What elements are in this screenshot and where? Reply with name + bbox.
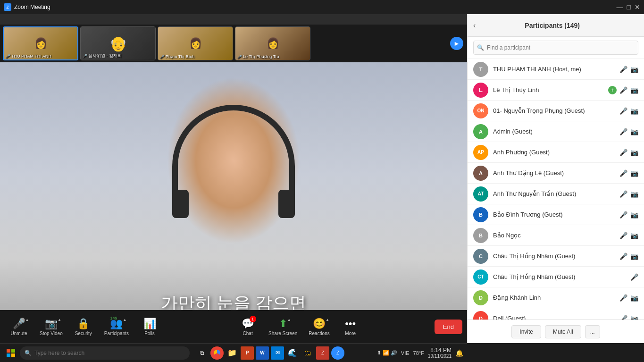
taskbar-app-files[interactable]: 🗂 xyxy=(301,346,314,360)
mic-icon: 🎤 xyxy=(619,232,627,239)
unmute-label: Unmute xyxy=(10,331,27,336)
search-input[interactable] xyxy=(34,350,185,356)
taskbar-app-task-view[interactable]: ⧉ xyxy=(195,346,209,360)
taskbar-app-email[interactable]: ✉ xyxy=(271,346,284,360)
svg-rect-3 xyxy=(11,354,15,357)
taskbar-search-bar[interactable]: 🔍 xyxy=(20,346,190,360)
titlebar: Z Zoom Meeting — □ ✕ xyxy=(0,0,644,14)
security-button[interactable]: 🔒 Security xyxy=(69,315,98,339)
window-controls[interactable]: — □ ✕ xyxy=(617,3,640,11)
participants-caret[interactable]: ▲ xyxy=(123,318,126,322)
stop-video-button[interactable]: 📷 ▲ Stop Video xyxy=(35,315,67,339)
mute-all-button[interactable]: Mute All xyxy=(545,325,581,338)
reactions-icon-wrap: 😊 ▲ xyxy=(313,318,326,330)
maximize-btn[interactable]: □ xyxy=(627,3,631,11)
participant-name: Châu Thị Hồng Nhâm (Guest) xyxy=(493,273,626,280)
taskbar-app-chrome[interactable] xyxy=(210,346,224,360)
avatar: A xyxy=(473,124,488,139)
participant-item[interactable]: B Bảo Ngọc 🎤 📷 xyxy=(468,225,644,246)
avatar: A xyxy=(473,166,488,181)
minimize-btn[interactable]: — xyxy=(617,3,623,11)
participant-item[interactable]: ON 01- Nguyễn Trọng Phụng (Guest) 🎤 📷 xyxy=(468,101,644,121)
participant-name: Bảo Ngọc xyxy=(493,232,615,239)
participant-icons: 🎤 xyxy=(630,273,638,281)
taskbar-app-word[interactable]: W xyxy=(256,346,269,360)
camera-icon: 📷 xyxy=(630,232,638,239)
reactions-caret[interactable]: ▲ xyxy=(326,318,329,322)
participant-item[interactable]: T THU PHAM THI ANH (Host, me) 🎤 📷 xyxy=(468,59,644,80)
reactions-label: Reactions xyxy=(309,331,329,336)
participant-search-input[interactable] xyxy=(473,41,638,55)
taskbar-app-zoom[interactable]: Z xyxy=(331,346,344,360)
thumbnail-2[interactable]: 👴 🎤 심사위원 - 김재희 xyxy=(80,26,156,60)
participant-item[interactable]: CT Châu Thị Hồng Nhâm (Guest) 🎤 xyxy=(468,267,644,287)
unmute-icon-wrap: 🎤 ▲ xyxy=(13,318,25,330)
polls-icon: 📊 xyxy=(143,318,156,330)
start-button[interactable] xyxy=(4,346,18,360)
taskbar-app-edge[interactable]: 🌊 xyxy=(286,346,299,360)
participants-icon-wrap: 👥 149 ▲ xyxy=(110,318,123,330)
taskbar-apps: ⧉ 📁 P W ✉ 🌊 🗂 Z Z xyxy=(195,346,344,360)
taskbar: 🔍 ⧉ 📁 P W ✉ 🌊 🗂 Z Z ⬆ 📶 🔊 VIE 78°F 8:14 … xyxy=(0,343,467,362)
participant-item[interactable]: AP Anh Phương (Guest) 🎤 📷 xyxy=(468,142,644,163)
notification-bell[interactable]: 🔔 xyxy=(455,349,463,357)
participants-panel: ‹ Participants (149) 🔍 T THU PHAM THI AN… xyxy=(467,14,644,343)
participant-name: Bảo Đình Trương (Guest) xyxy=(493,211,615,218)
close-btn[interactable]: ✕ xyxy=(635,3,640,11)
collapse-panel-btn[interactable]: ‹ xyxy=(473,21,476,30)
taskbar-app-powerpoint[interactable]: P xyxy=(241,346,254,360)
camera-icon: 📷 xyxy=(630,315,638,320)
avatar: B xyxy=(473,228,488,243)
participant-item[interactable]: A Admin (Guest) 🎤 📷 xyxy=(468,121,644,142)
chat-button[interactable]: 💬 1 Chat xyxy=(234,315,262,339)
participant-item[interactable]: D Dell (Guest) 🎤 📷 xyxy=(468,308,644,320)
invite-to-speak-btn[interactable]: + xyxy=(608,86,617,94)
participant-icons: 🎤 📷 xyxy=(619,232,638,239)
participant-icons: 🎤 📷 xyxy=(619,107,638,115)
stop-video-caret[interactable]: ▲ xyxy=(58,318,61,322)
video-area: — □ ✕ ▶ View ✓ 가만히 눈을 감으면 xyxy=(0,62,467,343)
avatar: ON xyxy=(473,103,488,118)
mic-icon: 🎤 xyxy=(619,190,627,198)
more-options-button[interactable]: ... xyxy=(585,325,600,338)
chat-icon-wrap: 💬 1 xyxy=(242,318,254,330)
taskbar-app-app8[interactable]: Z xyxy=(316,346,329,360)
participant-name: Châu Thị Hồng Nhâm (Guest) xyxy=(493,253,615,260)
end-button[interactable]: End xyxy=(435,320,462,334)
thumbnail-nav-next[interactable]: ► xyxy=(450,37,463,50)
panel-search-icon: 🔍 xyxy=(477,44,484,51)
thumbnail-1[interactable]: 👩 🎤 THU PHAM THI ANH xyxy=(3,26,78,60)
participant-item[interactable]: Đ Đặng Khánh Linh 🎤 📷 xyxy=(468,287,644,308)
participant-item[interactable]: A Anh Thư Đặng Lê (Guest) 🎤 📷 xyxy=(468,163,644,184)
unmute-button[interactable]: 🎤 ▲ Unmute xyxy=(5,315,33,339)
participant-name: Anh Thư Đặng Lê (Guest) xyxy=(493,169,615,177)
mic-icon: 🎤 xyxy=(630,273,638,281)
polls-button[interactable]: 📊 Polls xyxy=(135,315,164,339)
thumbnail-4[interactable]: 👩 🎤 Lê Thị Phương Trà xyxy=(235,26,310,60)
participant-icons: 🎤 📷 xyxy=(619,294,638,302)
toolbar-right-group: End xyxy=(435,320,462,334)
mic-icon: 🎤 xyxy=(619,294,627,302)
participant-icons: 🎤 📷 xyxy=(619,149,638,156)
share-screen-caret[interactable]: ▲ xyxy=(287,318,291,322)
participant-item[interactable]: L Lê Thị Thùy Linh + 🎤 📷 xyxy=(468,80,644,101)
participants-button[interactable]: 👥 149 ▲ Participants xyxy=(100,315,134,339)
zoom-icon: Z xyxy=(4,3,11,11)
thumbnail-3[interactable]: 👩 🎤 Phạm Thị Bình xyxy=(158,26,233,60)
participant-item[interactable]: C Châu Thị Hồng Nhâm (Guest) 🎤 📷 xyxy=(468,246,644,267)
participant-item[interactable]: B Bảo Đình Trương (Guest) 🎤 📷 xyxy=(468,204,644,225)
participant-name: Admin (Guest) xyxy=(493,128,615,135)
share-screen-button[interactable]: ⬆ ▲ Share Screen xyxy=(264,315,302,339)
toolbar-left-group: 🎤 ▲ Unmute 📷 ▲ Stop Video 🔒 Security 👥 1… xyxy=(5,315,164,339)
camera-icon: 📷 xyxy=(630,169,638,177)
participant-name: Anh Thư Nguyễn Trần (Guest) xyxy=(493,190,615,197)
taskbar-app-folder[interactable]: 📁 xyxy=(226,346,239,360)
reactions-button[interactable]: 😊 ▲ Reactions xyxy=(304,315,334,339)
avatar: AT xyxy=(473,186,488,202)
more-button[interactable]: ••• More xyxy=(336,315,365,339)
more-label: More xyxy=(345,331,356,336)
unmute-caret[interactable]: ▲ xyxy=(25,318,29,322)
stop-video-label: Stop Video xyxy=(40,331,63,336)
participant-item[interactable]: AT Anh Thư Nguyễn Trần (Guest) 🎤 📷 xyxy=(468,184,644,204)
invite-button[interactable]: Invite xyxy=(511,325,541,338)
